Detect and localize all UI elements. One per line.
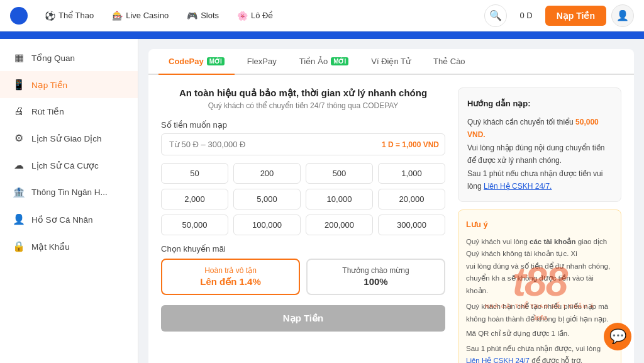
matkhau-icon: 🔒 [13,240,25,252]
guide-link[interactable]: Liên Hệ CSKH 24/7. [484,182,552,191]
amount-100000[interactable]: 100,000 [233,215,301,235]
amount-label: Số tiền muốn nạp [161,120,445,130]
form-right: Hướng dẫn nạp: Quý khách cần chuyển tối … [458,87,621,363]
amount-200000[interactable]: 200,000 [306,215,373,235]
promo2-title: Thưởng chào mừng [315,266,436,275]
tab-flexpay[interactable]: FlexPay [237,49,287,75]
nav-item-slots[interactable]: 🎮 Slots [180,6,225,25]
balance-display: 0 D [512,7,540,24]
promo-card-hoantra[interactable]: Hoàn trả vô tận Lên đến 1.4% [161,259,300,295]
float-chat-button[interactable]: 💬 [604,323,631,350]
note-link[interactable]: Liên Hệ CSKH 24/7 [466,357,530,363]
nav-item-lode[interactable]: 🌸 Lô Đề [230,6,279,25]
guide-title: Hướng dẫn nạp: [467,97,612,111]
avatar[interactable]: 👤 [611,4,634,27]
note-text3: Mã QR chỉ sử dụng được 1 lần. [466,328,613,340]
amount-500[interactable]: 500 [306,163,373,184]
tab-thecao[interactable]: Thẻ Cào [423,49,475,75]
amount-50[interactable]: 50 [161,163,228,184]
top-navigation: ⚽ Thể Thao 🎰 Live Casino 🎮 Slots 🌸 Lô Đề… [0,0,644,31]
sidebar-item-hoso[interactable]: 👤 Hồ Sơ Cá Nhân [0,206,138,233]
logo [10,7,28,25]
form-subtitle: Quý khách có thể chuyển tiền 24/7 thông … [161,101,445,110]
sidebar-item-matkhau[interactable]: 🔒 Mật Khẩu [0,233,138,260]
note-box: Lưu ý Quý khách vui lòng các tài khoản g… [458,209,621,363]
tab-codepay[interactable]: CodePay MỚI [158,49,235,75]
amount-5000[interactable]: 5,000 [233,189,301,209]
promo-card-welcome[interactable]: Thưởng chào mừng 100% [306,259,445,295]
amount-10000[interactable]: 10,000 [306,189,373,209]
codepay-badge: MỚI [207,57,225,65]
sidebar-item-lichsucacuoc[interactable]: ☁ Lịch Sử Cá Cược [0,152,138,179]
guide-line1: Quý khách cần chuyển tối thiểu 50,000 VN… [467,116,612,142]
note-text: Quý khách vui lòng các tài khoản giao dị… [466,236,613,298]
amount-grid: 50 200 500 1,000 2,000 5,000 10,000 20,0… [161,163,445,235]
amount-50000[interactable]: 50,000 [161,215,228,235]
sidebar-item-ruttien[interactable]: 🖨 Rút Tiền [0,98,138,125]
promo-label: Chọn khuyến mãi [161,244,445,254]
logo-icon [10,7,28,25]
thethao-icon: ⚽ [44,10,55,21]
sidebar-item-lichsugiaodich[interactable]: ⚙ Lịch Sử Giao Dịch [0,125,138,152]
content-area: CodePay MỚI FlexPay Tiền Ảo MỚI Ví Điện … [138,39,644,363]
amount-1000[interactable]: 1,000 [378,163,445,184]
tab-vidiently[interactable]: Ví Điện Tử [361,49,421,75]
amount-300000[interactable]: 300,000 [378,215,445,235]
sidebar-item-thongtinnganhang[interactable]: 🏦 Thông Tin Ngân H... [0,179,138,206]
promo1-value: Lên đến 1.4% [170,276,291,288]
blue-banner [0,31,644,39]
lode-icon: 🌸 [236,10,248,21]
guide-line2: Vui lòng nhập đúng nội dung chuyển tiền … [467,142,612,167]
amount-input-wrap: 1 D = 1,000 VND [161,133,445,155]
ruttien-icon: 🖨 [13,106,25,117]
sidebar-item-tongquan[interactable]: ▦ Tổng Quan [0,44,138,71]
amount-200[interactable]: 200 [233,163,301,184]
tienao-badge: MỚI [331,57,348,65]
note-box-wrap: Lưu ý Quý khách vui lòng các tài khoản g… [458,209,621,363]
form-left: An toàn hiệu quả bảo mật, thời gian xử l… [161,87,445,363]
note-title: Lưu ý [466,218,613,232]
amount-20000[interactable]: 20,000 [378,189,445,209]
form-title: An toàn hiệu quả bảo mật, thời gian xử l… [161,87,445,99]
nap-tien-nav-button[interactable]: Nạp Tiền [545,6,606,26]
payment-tabs: CodePay MỚI FlexPay Tiền Ảo MỚI Ví Điện … [148,49,634,75]
tab-tienao[interactable]: Tiền Ảo MỚI [289,49,359,75]
promo2-value: 100% [315,276,436,287]
tongquan-icon: ▦ [13,52,25,64]
promo1-title: Hoàn trả vô tận [170,266,291,275]
main-layout: ▦ Tổng Quan 📱 Nạp Tiền 🖨 Rút Tiền ⚙ Lịch… [0,39,644,363]
hoso-icon: 👤 [13,213,25,225]
nav-item-thethao[interactable]: ⚽ Thể Thao [38,6,100,25]
lichsucacuoc-icon: ☁ [13,159,25,171]
nganhang-icon: 🏦 [13,186,25,198]
note-text4: Sau 1 phút nếu chưa nhận được, vui lòng … [466,343,613,363]
livecasino-icon: 🎰 [111,10,123,21]
search-button[interactable]: 🔍 [484,4,507,27]
guide-box: Hướng dẫn nạp: Quý khách cần chuyển tối … [458,87,621,202]
slots-icon: 🎮 [186,10,197,21]
note-text2: Quý khách hạn chế tạo nhiều phiếu nạp mà… [466,301,613,325]
form-area: An toàn hiệu quả bảo mật, thời gian xử l… [148,75,634,363]
naptien-icon: 📱 [13,79,25,91]
nav-item-livecasino[interactable]: 🎰 Live Casino [105,6,175,25]
amount-rate: 1 D = 1,000 VND [382,140,439,149]
amount-2000[interactable]: 2,000 [161,189,228,209]
sidebar: ▦ Tổng Quan 📱 Nạp Tiền 🖨 Rút Tiền ⚙ Lịch… [0,39,138,363]
promo-grid: Hoàn trả vô tận Lên đến 1.4% Thưởng chào… [161,259,445,295]
submit-button[interactable]: Nạp Tiền [161,305,445,332]
lichsugiaodich-icon: ⚙ [13,132,25,144]
sidebar-item-naptien[interactable]: 📱 Nạp Tiền [0,71,138,98]
guide-line3: Sau 1 phút nếu chưa nhận được tiền vui l… [467,167,612,193]
